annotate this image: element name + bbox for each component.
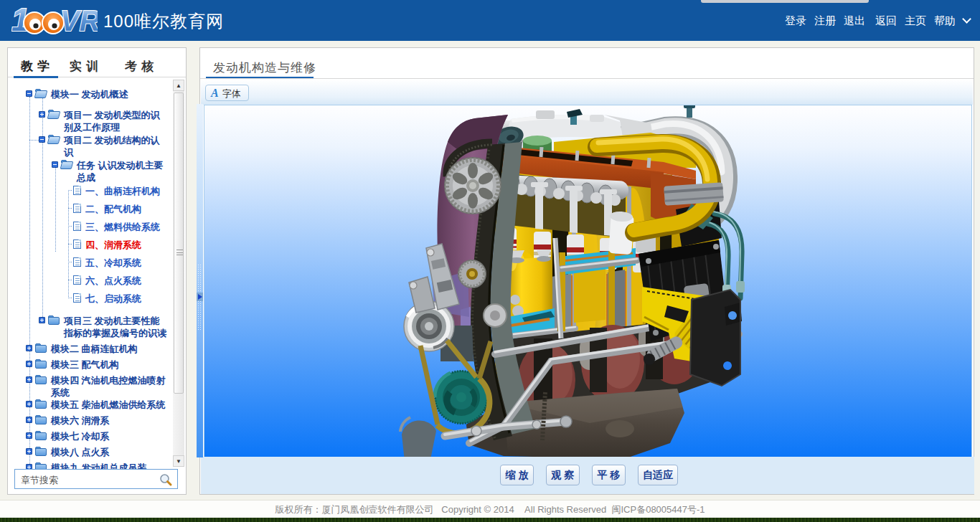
svg-text:VR: VR xyxy=(60,5,98,35)
